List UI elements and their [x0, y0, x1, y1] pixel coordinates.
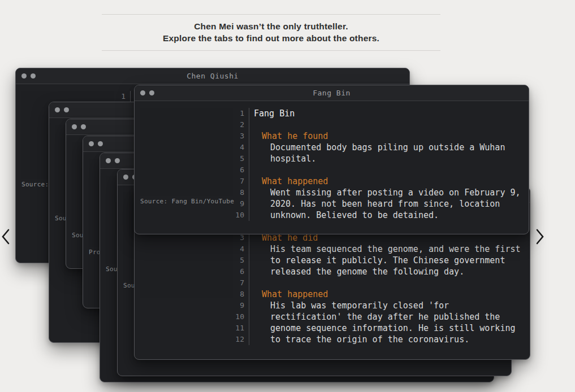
- code-text: released the genome the following day.: [249, 266, 464, 277]
- window-dot-icon: [89, 141, 94, 146]
- media-panel: Source: Fang Bin/YouTube: [140, 108, 233, 205]
- prev-tab-button[interactable]: [1, 228, 12, 246]
- line-number: 8: [233, 187, 244, 198]
- code-line: 10rectification' the day after he publis…: [233, 311, 522, 323]
- code-line: 12to trace the origin of the coronavirus…: [233, 334, 522, 345]
- line-number: 5: [233, 255, 244, 266]
- video-still-placeholder: [140, 108, 233, 196]
- code-line: 9His lab was temporarily closed 'for: [233, 300, 522, 311]
- code-line: 2: [233, 119, 521, 130]
- chevron-left-icon: [1, 228, 12, 245]
- window-dot-icon: [115, 158, 120, 163]
- code-line: 1Fang Bin: [233, 108, 521, 119]
- chevron-right-icon: [535, 228, 546, 245]
- line-number: 10: [233, 210, 244, 221]
- code-line: 6released the genome the following day.: [233, 266, 522, 277]
- code-text: genome sequence information. He is still…: [249, 323, 515, 334]
- line-number: 6: [233, 266, 244, 277]
- line-number: 4: [233, 142, 244, 153]
- code-text: [249, 164, 254, 176]
- header-line-2: Explore the tabs to find out more about …: [102, 32, 440, 44]
- source-caption: Source: Fang Bin/YouTube: [140, 198, 233, 205]
- code-line: 4Documented body bags piling up outside …: [233, 142, 521, 153]
- line-number: 5: [233, 153, 244, 164]
- line-number: 12: [233, 334, 244, 345]
- line-number: 7: [233, 176, 244, 187]
- line-number: 7: [233, 277, 244, 289]
- window-dot-icon: [98, 141, 103, 146]
- code-line: 7What happened: [233, 176, 521, 187]
- window-dot-icon: [123, 175, 128, 180]
- window-dot-icon: [72, 124, 77, 129]
- line-number: 2: [233, 119, 244, 130]
- next-tab-button[interactable]: [535, 228, 546, 246]
- code-text: rectification' the day after he publishe…: [249, 311, 500, 323]
- window-dot-icon: [55, 107, 60, 112]
- code-line: 3What he found: [233, 130, 521, 142]
- code-line: 8What happened: [233, 289, 522, 300]
- code-text: to release it publicly. The Chinese gove…: [249, 255, 505, 266]
- code-text: What happened: [249, 176, 328, 187]
- window-titlebar: Chen Qiushi: [16, 68, 409, 84]
- code-area: 1Fang Bin23What he found4Documented body…: [233, 108, 521, 221]
- window-fang-bin[interactable]: Fang Bin Source: Fang Bin/YouTube 1Fang …: [134, 85, 529, 234]
- line-number: 11: [233, 323, 244, 334]
- code-line: 5to release it publicly. The Chinese gov…: [233, 255, 522, 266]
- line-number: 4: [233, 243, 244, 255]
- code-text: Went missing after posting a video on Fe…: [249, 187, 521, 198]
- code-text: [249, 277, 254, 289]
- line-number: 3: [233, 130, 244, 142]
- page-header: Chen Mei wasn’t the only truthteller. Ex…: [102, 14, 440, 51]
- code-line: 11genome sequence information. He is sti…: [233, 323, 522, 334]
- line-number: 1: [233, 108, 244, 119]
- code-text: to trace the origin of the coronavirus.: [249, 334, 469, 345]
- code-line: 6: [233, 164, 521, 176]
- code-line: 7: [233, 277, 522, 289]
- header-line-1: Chen Mei wasn’t the only truthteller.: [102, 20, 440, 32]
- window-dot-icon: [64, 107, 69, 112]
- line-number: 1: [114, 91, 126, 102]
- code-text: [249, 119, 254, 130]
- code-text: What he found: [249, 130, 328, 142]
- window-dot-icon: [81, 124, 86, 129]
- code-text: What happened: [249, 289, 328, 300]
- line-number: 9: [233, 198, 244, 210]
- code-text: Fang Bin: [249, 108, 295, 119]
- line-number: 10: [233, 311, 244, 323]
- code-line: 4His team sequenced the genome, and were…: [233, 243, 522, 255]
- code-text: 2020. Has not been heard from since, loc…: [249, 198, 500, 210]
- window-titlebar: Fang Bin: [135, 85, 529, 101]
- code-text: hospital.: [249, 153, 316, 164]
- line-number: 9: [233, 300, 244, 311]
- line-number: 8: [233, 289, 244, 300]
- code-line: 8Went missing after posting a video on F…: [233, 187, 521, 198]
- code-line: 10unknown. Believed to be detained.: [233, 210, 521, 221]
- line-number: 6: [233, 164, 244, 176]
- code-text: His lab was temporarily closed 'for: [249, 300, 449, 311]
- code-line: 5hospital.: [233, 153, 521, 164]
- code-text: His team sequenced the genome, and were …: [249, 243, 521, 255]
- window-dot-icon: [106, 158, 111, 163]
- window-title: Fang Bin: [135, 89, 529, 97]
- code-line: 92020. Has not been heard from since, lo…: [233, 198, 521, 210]
- code-text: Documented body bags piling up outside a…: [249, 142, 505, 153]
- window-title: Chen Qiushi: [16, 72, 409, 80]
- code-text: unknown. Believed to be detained.: [249, 210, 439, 221]
